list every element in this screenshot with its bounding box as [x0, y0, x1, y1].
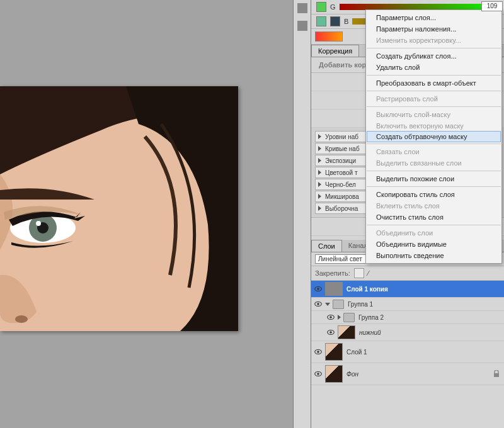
layers-list: Слой 1 копия Группа 1 Группа 2 нижний Сл… [311, 281, 504, 428]
svg-point-11 [317, 288, 319, 290]
gradient-swatch[interactable] [315, 31, 343, 42]
menu-separator [367, 106, 501, 107]
b-label: B [344, 18, 348, 25]
folder-icon [333, 300, 344, 309]
menu-disable-mask: Выключить слой-маску [366, 109, 501, 120]
svg-rect-22 [494, 373, 499, 377]
menu-separator [367, 48, 501, 48]
layer-row-selected[interactable]: Слой 1 копия [311, 281, 504, 298]
menu-convert-smart-object[interactable]: Преобразовать в смарт-объект [366, 77, 501, 89]
svg-point-21 [317, 373, 319, 375]
preset-label: Уровни наб [325, 133, 358, 140]
layer-name[interactable]: нижний [358, 329, 381, 336]
menu-rasterize: Растрировать слой [366, 93, 501, 104]
menu-separator [367, 144, 501, 144]
visibility-icon[interactable] [314, 300, 323, 308]
lock-brush-icon[interactable]: ⁄ [368, 269, 369, 277]
layer-thumb[interactable] [325, 365, 343, 383]
expand-icon [318, 194, 321, 199]
document-canvas[interactable] [0, 86, 238, 331]
layer-group-row[interactable]: Группа 2 [311, 311, 504, 324]
tab-layers[interactable]: Слои [311, 240, 342, 252]
visibility-icon[interactable] [314, 284, 323, 293]
menu-enable-vector-mask: Включить векторную маску [366, 120, 501, 132]
collapsed-dock [293, 0, 311, 428]
menu-separator [367, 91, 501, 91]
collapse-icon[interactable] [325, 303, 330, 306]
preset-label: Экспозици [325, 157, 356, 164]
menu-create-clipping-mask[interactable]: Создать обтравочную маску [367, 131, 501, 142]
visibility-icon[interactable] [326, 328, 335, 337]
preset-label: Микширова [325, 193, 359, 200]
layer-name[interactable]: Группа 1 [346, 301, 373, 308]
visibility-icon[interactable] [314, 369, 323, 378]
menu-select-similar[interactable]: Выделить похожие слои [366, 173, 501, 184]
layer-thumb[interactable] [338, 325, 355, 339]
dock-icon[interactable] [297, 21, 307, 31]
layer-group-row[interactable]: Группа 1 [311, 298, 504, 311]
layer-row[interactable]: нижний [311, 324, 504, 341]
expand-icon[interactable] [338, 315, 341, 320]
layer-name[interactable]: Группа 2 [357, 314, 384, 321]
expand-icon [318, 182, 321, 187]
dock-icon[interactable] [297, 3, 307, 13]
svg-point-17 [329, 331, 332, 334]
preset-label: Цветовой т [325, 169, 358, 176]
svg-point-15 [329, 316, 332, 318]
menu-separator [367, 75, 501, 76]
menu-clear-style[interactable]: Очистить стиль слоя [366, 211, 501, 223]
lock-icon [493, 370, 500, 378]
visibility-icon[interactable] [314, 347, 323, 356]
lock-transparent-icon[interactable] [354, 268, 364, 278]
triangle-icon [316, 16, 326, 26]
g-chip [316, 2, 326, 12]
expand-icon [318, 158, 321, 163]
layer-name[interactable]: Слой 1 копия [345, 286, 388, 293]
folder-icon [343, 313, 355, 322]
menu-separator [367, 225, 501, 225]
menu-duplicate-layer[interactable]: Создать дубликат слоя... [366, 50, 501, 62]
portrait-image [0, 86, 238, 331]
layer-name[interactable]: Фон [345, 371, 358, 378]
menu-blend-options[interactable]: Параметры наложения... [366, 23, 501, 35]
expand-icon [318, 170, 321, 175]
g-label: G [330, 3, 336, 11]
layer-context-menu: Параметры слоя... Параметры наложения...… [365, 9, 502, 264]
menu-edit-adjustment: Изменить корректировку... [366, 35, 501, 46]
svg-point-13 [317, 303, 319, 305]
menu-copy-style[interactable]: Скопировать стиль слоя [366, 189, 501, 200]
menu-merge-layers: Объединить слои [366, 227, 501, 239]
menu-paste-style: Вклеить стиль слоя [366, 200, 501, 211]
menu-merge-visible[interactable]: Объединить видимые [366, 239, 501, 250]
menu-select-linked: Выделить связанные слои [366, 157, 501, 169]
layer-thumb[interactable] [325, 282, 343, 296]
expand-icon [318, 146, 321, 151]
visibility-icon[interactable] [326, 313, 335, 322]
expand-icon [318, 134, 321, 139]
tab-corrections[interactable]: Коррекция [311, 45, 359, 57]
menu-delete-layer[interactable]: Удалить слой [366, 62, 501, 73]
square-icon [330, 16, 340, 26]
menu-link-layers: Связать слои [366, 146, 501, 157]
preset-label: Кривые наб [325, 145, 360, 152]
lock-row: Закрепить: ⁄ [311, 266, 504, 281]
menu-separator [367, 171, 501, 171]
canvas-area [0, 0, 293, 428]
svg-point-6 [15, 315, 28, 323]
g-value-input[interactable]: 109 [481, 1, 503, 11]
layer-row-background[interactable]: Фон [311, 363, 504, 385]
menu-layer-options[interactable]: Параметры слоя... [366, 12, 501, 23]
expand-icon [318, 206, 321, 211]
svg-point-5 [36, 221, 41, 226]
svg-point-19 [317, 351, 319, 353]
layer-thumb[interactable] [325, 343, 343, 361]
menu-separator [367, 186, 501, 187]
preset-label: Черно-бел [325, 181, 356, 188]
layer-name[interactable]: Слой 1 [345, 349, 367, 356]
layer-row[interactable]: Слой 1 [311, 341, 504, 363]
lock-label: Закрепить: [315, 269, 350, 277]
preset-label: Выборочна [325, 205, 358, 212]
menu-flatten[interactable]: Выполнить сведение [366, 250, 501, 261]
